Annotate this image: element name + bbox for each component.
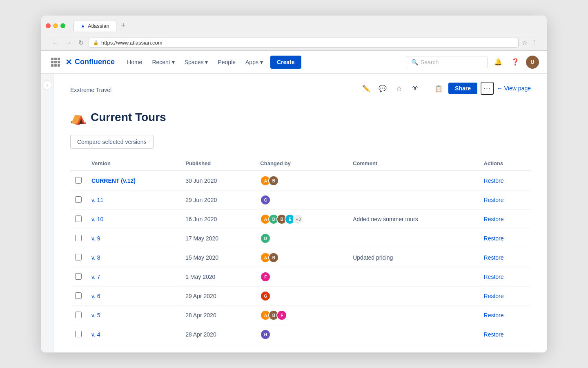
comment-cell [348,306,479,325]
url-text: https://www.atlassian.com [101,40,163,46]
confluence-logo-text: Confluence [75,58,115,66]
table-row: v. 528 Apr 2020ABFRestore [70,306,531,325]
nav-home[interactable]: Home [123,56,146,68]
published-date: 28 Apr 2020 [180,325,255,344]
user-avatar[interactable]: U [526,56,539,69]
restore-link[interactable]: Restore [484,235,504,242]
close-button[interactable] [46,23,51,28]
version-link[interactable]: v. 6 [91,293,100,299]
create-button[interactable]: Create [270,56,301,69]
nav-apps[interactable]: Apps ▾ [241,56,267,68]
help-button[interactable]: ❓ [509,56,522,69]
comment-cell [348,191,479,210]
version-table: Version Published Changed by Comment Act… [70,157,531,344]
page-title-row: ⛺ Current Tours [70,110,531,125]
version-link[interactable]: CURRENT (v.12) [91,177,136,184]
col-actions: Actions [479,157,531,171]
version-checkbox[interactable] [75,292,82,299]
breadcrumb: Exxtreme Travel [70,87,111,93]
version-checkbox[interactable] [75,235,82,241]
user-avatar-small: B [268,252,279,263]
active-tab[interactable]: ▲ Atlassian [74,20,116,31]
refresh-button[interactable]: ↻ [77,38,85,47]
toolbar-divider [427,83,427,93]
browser-chrome: ▲ Atlassian + ← → ↻ 🔒 https://www.atlass… [41,16,547,51]
changed-by-cell: H [255,325,348,344]
edit-icon[interactable]: ✏️ [360,82,373,95]
col-comment: Comment [348,157,479,171]
comment-cell: Updated pricing [348,248,479,267]
nav-recent[interactable]: Recent ▾ [148,56,178,68]
col-version: Version [87,157,180,171]
back-button[interactable]: ← [51,38,60,47]
nav-links: Home Recent ▾ Spaces ▾ People Apps ▾ Cre… [123,56,406,69]
version-checkbox[interactable] [75,177,82,184]
nav-spaces[interactable]: Spaces ▾ [180,56,212,68]
grid-menu-button[interactable] [49,56,62,69]
restore-link[interactable]: Restore [484,312,504,319]
address-bar: ← → ↻ 🔒 https://www.atlassian.com ☆ ⋮ [46,35,542,50]
restore-link[interactable]: Restore [484,216,504,222]
watch-icon[interactable]: 👁 [409,82,422,95]
version-link[interactable]: v. 9 [91,235,100,242]
tab-bar: ▲ Atlassian + [74,20,129,31]
version-link[interactable]: v. 4 [91,331,100,338]
tab-favicon: ▲ [80,23,85,29]
published-date: 17 May 2020 [180,229,255,248]
restore-link[interactable]: Restore [484,254,504,261]
comment-icon[interactable]: 💬 [376,82,389,95]
star-icon[interactable]: ☆ [392,82,405,95]
changed-by-cell: AB [255,171,348,191]
version-link[interactable]: v. 10 [91,216,103,222]
minimize-button[interactable] [53,23,58,28]
compare-versions-button[interactable]: Compare selected versions [70,135,154,149]
restore-link[interactable]: Restore [484,274,504,280]
confluence-logo[interactable]: ✕ Confluence [65,57,115,67]
restore-link[interactable]: Restore [484,197,504,203]
version-checkbox[interactable] [75,331,82,337]
url-bar[interactable]: 🔒 https://www.atlassian.com [89,38,519,48]
published-date: 29 Jun 2020 [180,191,255,210]
version-link[interactable]: v. 5 [91,312,100,319]
more-actions-button[interactable]: ··· [481,82,494,95]
table-row: v. 917 May 2020DRestore [70,229,531,248]
browser-window: ▲ Atlassian + ← → ↻ 🔒 https://www.atlass… [41,16,547,352]
table-row: v. 629 Apr 2020GRestore [70,287,531,306]
maximize-button[interactable] [60,23,65,28]
new-tab-button[interactable]: + [118,20,129,31]
notifications-button[interactable]: 🔔 [492,56,505,69]
version-link[interactable]: v. 7 [91,274,100,280]
forward-button[interactable]: → [64,38,74,47]
restore-link[interactable]: Restore [484,293,504,299]
nav-people[interactable]: People [214,56,240,68]
version-checkbox[interactable] [75,273,82,280]
version-checkbox[interactable] [75,215,82,222]
page-toolbar: ✏️ 💬 ☆ 👁 📋 Share ··· ← View page [360,82,531,98]
version-checkbox[interactable] [75,254,82,260]
version-checkbox[interactable] [75,196,82,203]
more-icon[interactable]: ⋮ [531,39,537,47]
page-emoji: ⛺ [70,110,87,125]
version-checkbox[interactable] [75,312,82,318]
confluence-nav: ✕ Confluence Home Recent ▾ Spaces ▾ Peop… [41,51,547,74]
published-date: 15 May 2020 [180,248,255,267]
bookmark-icon[interactable]: ☆ [522,39,528,47]
view-page-button[interactable]: ← View page [497,85,531,92]
sidebar-toggle: › [41,74,54,352]
share-button[interactable]: Share [448,83,477,94]
user-avatar-small: D [260,233,271,244]
comment-cell: Added new summer tours [348,210,479,229]
changed-by-cell: ABF [255,306,348,325]
col-published: Published [180,157,255,171]
restore-link[interactable]: Restore [484,177,504,184]
spaces-chevron-icon: ▾ [205,59,208,65]
page-area: › Exxtreme Travel ✏️ 💬 ☆ 👁 📋 Share ··· ←… [41,74,547,352]
comment-cell [348,171,479,191]
sidebar-toggle-button[interactable]: › [42,80,52,90]
copy-icon[interactable]: 📋 [432,82,445,95]
version-link[interactable]: v. 8 [91,254,100,261]
restore-link[interactable]: Restore [484,331,504,338]
search-box[interactable]: 🔍 Search [406,56,488,68]
version-link[interactable]: v. 11 [91,197,103,203]
table-row: v. 1016 Jun 2020ADBE+3Added new summer t… [70,210,531,229]
